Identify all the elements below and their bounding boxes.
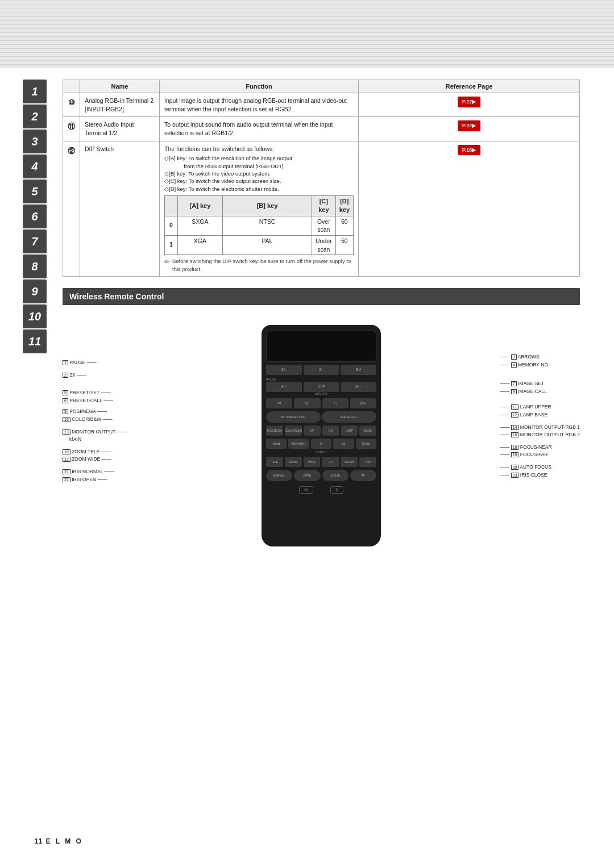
remote-btn-zoom[interactable]: ZOOM [285, 457, 302, 467]
sidebar-num-9: 9 [23, 279, 47, 303]
remote-btn-6[interactable]: 6↙ [294, 398, 320, 408]
dip-cell-1-c: Under scan [312, 236, 336, 255]
dip-cell-1-b: PAL [222, 236, 312, 255]
table-row-11: ⑪ Stereo Audio Input Terminal 1/2 To out… [63, 117, 580, 141]
remote-btn-5[interactable]: 5→ [341, 382, 376, 392]
dip-col-a: [A] key [178, 195, 223, 216]
label-iris-normal: 21 IRIS·NORMAL —— [63, 468, 127, 476]
dip-cell-0-d: 60 [335, 216, 353, 235]
remote-control: 1↖ 2↑ 3↗ PAUSE 4← LIVE 5→ —MEMORY— 2 [262, 325, 381, 546]
dip-table: [A] key [B] key [C] key [D] key 0 SXGA [164, 195, 354, 256]
remote-btn-1[interactable]: 1↖ [266, 365, 302, 375]
remote-btn-8[interactable]: 8↘ [350, 398, 376, 408]
table-cell-num-11: ⑪ [63, 117, 80, 141]
table-header-empty [63, 80, 80, 93]
remote-btn-wide[interactable]: WIDE [304, 457, 321, 467]
label-lamp-upper: —— 11 LAMP·UPPER [500, 403, 580, 411]
remote-btn-color-bw[interactable]: COLOR/B&W [285, 425, 302, 436]
table-cell-num-10: ⑩ [63, 93, 80, 117]
label-lamp-base: —— 12 LAMP·BASE [500, 411, 580, 419]
dip-row-1: 1 XGA PAL Under scan 50 [165, 236, 354, 255]
remote-btn-2[interactable]: 2↑ [304, 365, 339, 375]
table-cell-ref-11: P.22▶ [359, 117, 580, 141]
dip-row-0: 0 SXGA NTSC Over scan 60 [165, 216, 354, 235]
pencil-icon: ✏ [164, 257, 170, 267]
remote-row-color: POS/NEGA COLOR/B&W UP ER LAMP BASE [266, 425, 376, 436]
remote-btn-focus-up[interactable]: UP [322, 457, 339, 467]
remote-btn-far[interactable]: FAR [359, 457, 376, 467]
remote-btn-monitor[interactable]: —MONITOR— [288, 439, 309, 449]
remote-btn-r[interactable]: R [311, 439, 331, 449]
remote-row-arrows-top: 1↖ 2↑ 3↗ [266, 365, 376, 375]
remote-btn-af[interactable]: AF [350, 470, 376, 481]
sidebar-num-7: 7 [23, 229, 47, 253]
table-header-ref: Reference Page [359, 80, 580, 93]
remote-btn-pos-nega[interactable]: POS/NEGA [266, 425, 283, 436]
table-row-10: ⑩ Analog RGB-in Terminal 2[INPUT-RGB2] I… [63, 93, 580, 117]
remote-btn-iris-normal[interactable]: NORMAL [266, 470, 292, 481]
remote-btn-iris-close[interactable]: CLOSE [322, 470, 349, 481]
table-cell-func-11: To output input sound from audio output … [160, 117, 359, 141]
remote-btn-rgb2[interactable]: RGB2 [356, 439, 376, 449]
table-header-name: Name [80, 80, 160, 93]
remote-btn-2x[interactable]: 2x [266, 398, 292, 408]
remote-row-preset-image: SET PRESET CALL IMAGE CALL [266, 411, 376, 423]
sidebar-num-10: 10 [23, 304, 47, 328]
remote-btn-b1[interactable]: B1 [333, 439, 354, 449]
remote-btn-focus[interactable]: FOCUS [341, 457, 358, 467]
table-cell-func-10: Input image is output through analog RGB… [160, 93, 359, 117]
remote-s-label: S [330, 486, 343, 494]
label-image-set: —— 7 IMAGE·SET [500, 380, 580, 388]
table-cell-ref-12: P.15▶ [359, 141, 580, 276]
remote-btn-iris-open[interactable]: OPEN [294, 470, 320, 481]
dip-cell-1-d: 50 [335, 236, 353, 255]
remote-btn-base[interactable]: BASE [359, 425, 376, 436]
table-cell-name-10: Analog RGB-in Terminal 2[INPUT-RGB2] [80, 93, 160, 117]
remote-btn-4[interactable]: 4← [266, 382, 302, 392]
label-memory-no: —— 4 MEMORY NO. [500, 361, 580, 369]
remote-row-zoom: TELE ZOOM WIDE UP FOCUS FAR [266, 457, 376, 467]
dip-cell-0-a: SXGA [178, 216, 223, 235]
remote-row-mid: PAUSE 4← LIVE 5→ —MEMORY— [266, 378, 376, 395]
label-auto-focus: —— 20 AUTO FOCUS [500, 464, 580, 471]
remote-btn-live[interactable]: LIVE [304, 382, 339, 392]
remote-ir-label: IR [299, 486, 313, 494]
remote-label-memory: —MEMORY— [266, 392, 376, 395]
left-labels: 1 PAUSE —— 2 2X —— 5 PRESET·SET —— 6 PRE… [63, 359, 127, 483]
remote-screen [266, 331, 376, 362]
remote-btn-image-call[interactable]: IMAGE CALL [322, 411, 376, 423]
remote-btn-lamp[interactable]: LAMP [341, 425, 358, 436]
table-cell-ref-10: P.22▶ [359, 93, 580, 117]
wireless-section-header: Wireless Remote Control [63, 288, 580, 305]
dip-cell-0-0: 0 [165, 216, 178, 235]
dip-col-b: [B] key [222, 195, 312, 216]
remote-btn-set-preset-call[interactable]: SET PRESET CALL [266, 411, 321, 423]
remote-row-bottom-arrows: 2x 6↙ 7↓ 8↘ [266, 398, 376, 408]
table-header-function: Function [160, 80, 359, 93]
remote-btn-up[interactable]: UP [304, 425, 321, 436]
remote-label-output: OUTPUT [266, 450, 376, 454]
sidebar-num-5: 5 [23, 180, 47, 203]
label-monitor-rgb1: —— 14 MONITOR OUTPUT·RGB 1 [500, 424, 580, 432]
dip-cell-0-b: NTSC [222, 216, 312, 235]
label-color-bw: 16 COLOR/B&W —— [63, 416, 127, 424]
sidebar-numbers: 1 2 3 4 5 6 7 8 9 10 11 [23, 80, 57, 586]
dip-cell-1-a: XGA [178, 236, 223, 255]
remote-btn-7[interactable]: 7↓ [322, 398, 349, 408]
dip-note: ✏ Before switching the DIP switch key, b… [164, 257, 354, 273]
footer-brand: E L M O [45, 837, 82, 845]
remote-row-arrows-mid: 4← LIVE 5→ [266, 382, 376, 392]
remote-btn-tele[interactable]: TELE [266, 457, 283, 467]
sidebar-num-1: 1 [23, 80, 47, 103]
remote-btn-er[interactable]: ER [322, 425, 339, 436]
remote-row-ir: IR S [266, 486, 376, 494]
label-focus-near: —— 18 FOCUS·NEAR [500, 444, 580, 452]
remote-btn-main[interactable]: MAIN [266, 439, 287, 449]
table-row-12: ⑫ DIP Switch The functions can be switch… [63, 141, 580, 276]
dip-cell-0-c: Over scan [312, 216, 336, 235]
table-cell-name-11: Stereo Audio Input Terminal 1/2 [80, 117, 160, 141]
label-posi-nega: 9 POSI/NEGA —— [63, 408, 127, 416]
sidebar-num-11: 11 [23, 329, 47, 353]
remote-btn-3[interactable]: 3↗ [341, 365, 376, 375]
label-zoom-wide: 17 ZOOM·WIDE —— [63, 456, 127, 464]
